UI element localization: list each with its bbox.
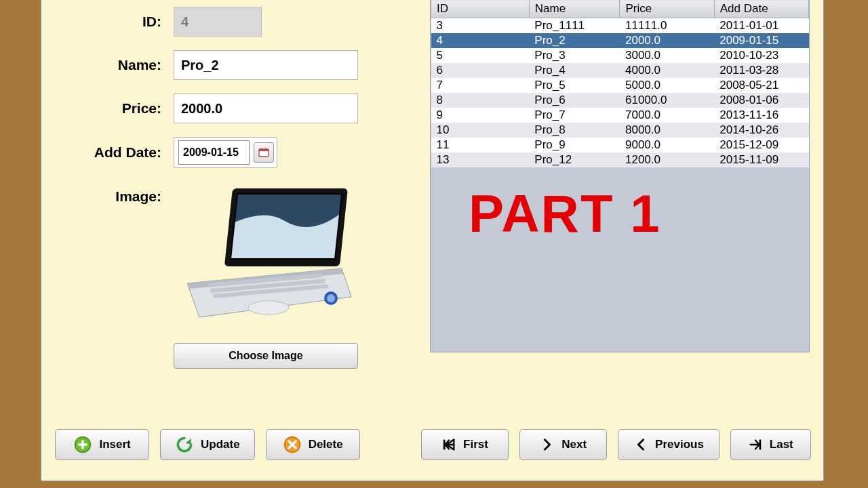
svg-point-12: [327, 294, 335, 302]
cell-add_date[interactable]: 2008-01-06: [714, 93, 808, 108]
last-button[interactable]: Last: [730, 429, 811, 460]
next-icon: [540, 437, 555, 452]
cell-id[interactable]: 9: [431, 108, 530, 123]
cell-id[interactable]: 5: [431, 48, 530, 63]
cell-add_date[interactable]: 2010-10-23: [714, 48, 808, 63]
overlay-part-label: PART 1: [469, 183, 661, 245]
data-table[interactable]: ID Name Price Add Date 3Pro_111111111.02…: [431, 0, 809, 167]
refresh-icon: [175, 435, 194, 454]
date-picker-button[interactable]: [254, 142, 274, 163]
laptop-illustration: [174, 182, 362, 323]
add-date-label: Add Date:: [55, 144, 174, 161]
delete-icon: [283, 435, 302, 454]
product-image: [174, 182, 362, 323]
table-header-row: ID Name Price Add Date: [431, 0, 809, 18]
cell-id[interactable]: 4: [431, 33, 530, 48]
update-button[interactable]: Update: [160, 429, 254, 460]
name-label: Name:: [55, 57, 174, 73]
cell-name[interactable]: Pro_4: [529, 63, 620, 78]
cell-price[interactable]: 11111.0: [620, 18, 714, 34]
insert-label: Insert: [99, 438, 130, 451]
svg-rect-2: [261, 148, 262, 150]
choose-image-button[interactable]: Choose Image: [174, 343, 358, 369]
svg-rect-20: [759, 440, 761, 450]
cell-id[interactable]: 3: [431, 18, 530, 34]
cell-price[interactable]: 4000.0: [620, 63, 714, 78]
add-date-field[interactable]: [178, 140, 250, 165]
cell-add_date[interactable]: 2008-05-21: [714, 78, 808, 93]
image-label: Image:: [55, 182, 174, 205]
cell-id[interactable]: 10: [431, 123, 530, 138]
col-name[interactable]: Name: [529, 0, 620, 18]
data-table-container[interactable]: ID Name Price Add Date 3Pro_111111111.02…: [430, 0, 810, 352]
cell-price[interactable]: 2000.0: [620, 33, 714, 48]
cell-add_date[interactable]: 2015-12-09: [714, 138, 808, 152]
date-picker: [174, 137, 277, 168]
cell-id[interactable]: 6: [431, 63, 530, 78]
cell-name[interactable]: Pro_2: [529, 33, 620, 48]
cell-id[interactable]: 11: [431, 138, 530, 152]
form-panel: ID: Name: Price: Add Date:: [55, 7, 435, 369]
name-field[interactable]: [174, 50, 358, 80]
app-window: ID: Name: Price: Add Date:: [41, 0, 824, 481]
cell-add_date[interactable]: 2013-11-16: [714, 108, 808, 123]
cell-price[interactable]: 7000.0: [620, 108, 714, 123]
cell-name[interactable]: Pro_9: [529, 138, 620, 152]
price-field[interactable]: [174, 94, 358, 123]
first-button[interactable]: First: [421, 429, 509, 460]
last-icon: [748, 437, 763, 452]
table-row[interactable]: 10Pro_88000.02014-10-26: [431, 123, 809, 138]
table-row[interactable]: 13Pro_121200.02015-11-09: [431, 152, 809, 167]
cell-name[interactable]: Pro_5: [529, 78, 620, 93]
calendar-icon: [258, 148, 269, 157]
previous-label: Previous: [655, 438, 704, 451]
cell-add_date[interactable]: 2014-10-26: [714, 123, 808, 138]
cell-price[interactable]: 3000.0: [620, 48, 714, 63]
cell-add_date[interactable]: 2009-01-15: [714, 33, 808, 48]
cell-name[interactable]: Pro_12: [529, 152, 620, 167]
table-row[interactable]: 7Pro_55000.02008-05-21: [431, 78, 809, 93]
table-row[interactable]: 8Pro_661000.02008-01-06: [431, 93, 809, 108]
cell-price[interactable]: 5000.0: [620, 78, 714, 93]
col-add-date[interactable]: Add Date: [714, 0, 808, 18]
delete-label: Delete: [309, 438, 343, 451]
cell-name[interactable]: Pro_3: [529, 48, 620, 63]
previous-button[interactable]: Previous: [618, 429, 719, 460]
col-price[interactable]: Price: [620, 0, 714, 18]
cell-price[interactable]: 61000.0: [620, 93, 714, 108]
cell-name[interactable]: Pro_1111: [529, 18, 620, 34]
svg-rect-3: [265, 148, 267, 150]
insert-button[interactable]: Insert: [55, 429, 149, 460]
cell-price[interactable]: 8000.0: [620, 123, 714, 138]
cell-price[interactable]: 9000.0: [620, 138, 714, 152]
id-label: ID:: [55, 14, 174, 30]
next-label: Next: [561, 438, 587, 451]
table-row[interactable]: 3Pro_111111111.02011-01-01: [431, 18, 809, 34]
update-label: Update: [201, 438, 240, 451]
svg-rect-16: [78, 443, 87, 446]
plus-icon: [73, 435, 92, 454]
id-field: [174, 7, 262, 37]
next-button[interactable]: Next: [519, 429, 607, 460]
cell-add_date[interactable]: 2011-03-28: [714, 63, 808, 78]
cell-add_date[interactable]: 2015-11-09: [714, 152, 808, 167]
cell-name[interactable]: Pro_6: [529, 93, 620, 108]
table-row[interactable]: 6Pro_44000.02011-03-28: [431, 63, 809, 78]
toolbar: Insert Update Delete: [55, 429, 811, 460]
table-row[interactable]: 9Pro_77000.02013-11-16: [431, 108, 809, 123]
cell-add_date[interactable]: 2011-01-01: [714, 18, 808, 34]
table-row[interactable]: 5Pro_33000.02010-10-23: [431, 48, 809, 63]
cell-name[interactable]: Pro_8: [529, 123, 620, 138]
cell-name[interactable]: Pro_7: [529, 108, 620, 123]
svg-rect-1: [259, 149, 269, 151]
cell-price[interactable]: 1200.0: [620, 152, 714, 167]
table-row[interactable]: 11Pro_99000.02015-12-09: [431, 138, 809, 152]
last-label: Last: [770, 438, 793, 451]
first-icon: [441, 437, 456, 452]
table-row[interactable]: 4Pro_22000.02009-01-15: [431, 33, 809, 48]
delete-button[interactable]: Delete: [266, 429, 360, 460]
cell-id[interactable]: 8: [431, 93, 530, 108]
col-id[interactable]: ID: [431, 0, 530, 18]
cell-id[interactable]: 7: [431, 78, 530, 93]
cell-id[interactable]: 13: [431, 152, 530, 167]
